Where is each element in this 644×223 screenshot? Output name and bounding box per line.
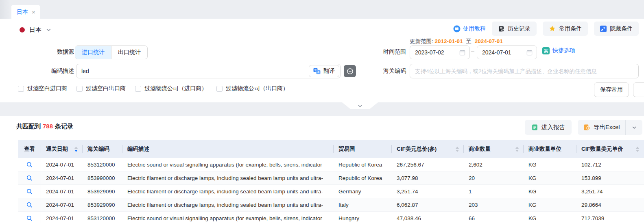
chevron-down-icon (46, 27, 51, 32)
unit-price-cell: 102.712 (576, 158, 644, 171)
time-range-label: 时间范围 (371, 48, 406, 56)
view-detail-button[interactable] (26, 162, 33, 168)
checkbox-icon[interactable] (76, 86, 83, 92)
start-date-value: 2023-07-02 (415, 49, 444, 56)
tutorial-label: 使用教程 (463, 25, 486, 32)
view-cell (18, 171, 41, 184)
collapse-arrows-icon (600, 26, 607, 32)
hs-code-input[interactable] (410, 64, 639, 78)
qty-cell: 1 (464, 185, 524, 198)
column-header-country: 贸易国 (334, 140, 392, 158)
favorites-button[interactable]: 常用条件 (543, 22, 588, 36)
results-panel: 共匹配到788条记录 进入报告 导出Excel 查看 通关日期 海关编码 编码描… (0, 116, 644, 223)
checkbox-label: 过滤空白进口商 (27, 85, 67, 92)
unit-price-cell: 712.7039 (576, 212, 644, 223)
country-selector[interactable]: 日本 (20, 22, 51, 37)
save-favorite-button[interactable]: 保存常用 (594, 82, 629, 97)
view-detail-button[interactable] (26, 175, 33, 181)
data-source-segmented: 进口统计 出口统计 (75, 45, 148, 59)
country-cell: Germany (334, 185, 392, 198)
update-range-from: 2012-01-01 (435, 38, 463, 44)
report-icon (531, 124, 538, 131)
hide-conditions-button[interactable]: 隐藏条件 (594, 22, 639, 36)
enter-report-button[interactable]: 进入报告 (525, 120, 572, 135)
update-range: 更新范围: 2012-01-01 至 2024-07-01 (410, 38, 503, 45)
tutorial-link[interactable]: 使用教程 (453, 25, 486, 32)
view-detail-button[interactable] (26, 188, 33, 195)
exclude-button[interactable] (344, 65, 356, 77)
date-range-separator: – (471, 48, 474, 54)
quick-options-label: 快捷选项 (552, 47, 575, 54)
cif-total-cell: 6,062.87 (392, 198, 464, 211)
hscode-cell: 853929090 (83, 185, 122, 198)
history-button[interactable]: 历史记录 (492, 22, 537, 36)
count-number: 788 (43, 123, 53, 130)
column-header-desc: 编码描述 (122, 140, 334, 158)
import-stats-option[interactable]: 进口统计 (75, 46, 111, 59)
start-date-input[interactable]: 2023-07-02 (410, 45, 470, 59)
search-panel: 日本 使用教程 历史记录 常用条件 隐藏条件 更新范围: 2012-01-01 … (0, 19, 644, 102)
date-cell: 2024-07-01 (41, 198, 83, 211)
update-range-to-word: 至 (466, 38, 472, 44)
history-icon (498, 26, 504, 32)
filter-logistics-importer-checkbox[interactable]: 过滤物流公司（进口商） (135, 85, 207, 92)
cif-total-cell: 3,251.74 (392, 185, 464, 198)
country-name: 日本 (29, 26, 41, 34)
tab-japan[interactable]: 日本 × (11, 5, 40, 19)
code-desc-input[interactable] (76, 64, 341, 78)
japan-flag-dot-icon (20, 27, 25, 32)
tab-bar: 日本 × (0, 0, 644, 19)
chevron-down-icon (358, 104, 362, 108)
checkbox-icon[interactable] (135, 86, 141, 92)
filter-blank-importer-checkbox[interactable]: 过滤空白进口商 (18, 85, 67, 92)
country-cell: Hungary (334, 212, 392, 223)
count-prefix: 共匹配到 (16, 123, 41, 130)
checkbox-label: 过滤物流公司（出口商） (226, 85, 288, 92)
column-header-date[interactable]: 通关日期 (41, 140, 83, 158)
star-icon (549, 25, 556, 32)
close-icon[interactable]: × (32, 9, 35, 15)
hide-conditions-label: 隐藏条件 (610, 25, 633, 32)
quick-options-link[interactable]: ⌘ 快捷选项 (542, 47, 575, 54)
column-header-cif-total[interactable]: CIF美元总价(参) (392, 140, 464, 158)
date-cell: 2024-07-01 (41, 158, 83, 171)
panel-divider (0, 102, 644, 116)
cif-total-cell: 3,077.98 (392, 171, 464, 184)
sort-icon[interactable] (636, 147, 639, 152)
qty-cell: 66 (464, 212, 524, 223)
export-excel-label: 导出Excel (594, 123, 620, 131)
magnifier-icon (26, 175, 33, 181)
sort-icon[interactable] (456, 147, 459, 152)
cif-total-cell: 47,038.46 (392, 212, 464, 223)
desc-cell: Electric filament or discharge lamps, in… (122, 198, 334, 211)
view-detail-button[interactable] (26, 215, 33, 221)
end-date-input[interactable]: 2024-07-01 (477, 45, 537, 59)
view-detail-button[interactable] (26, 202, 33, 208)
column-header-qty[interactable]: 商业数量 (464, 140, 524, 158)
sort-icon[interactable] (515, 147, 519, 152)
translate-button[interactable]: 中A 翻译 (309, 65, 339, 77)
checkbox-label: 过滤物流公司（进口商） (144, 85, 207, 92)
export-dropdown-toggle[interactable] (625, 120, 642, 135)
checkbox-icon[interactable] (216, 86, 223, 92)
tab-label: 日本 (17, 9, 28, 16)
export-excel-button[interactable]: 导出Excel (578, 120, 625, 135)
data-source-label: 数据源 (39, 48, 74, 56)
translate-icon: 中A (313, 68, 321, 74)
filter-blank-exporter-checkbox[interactable]: 过滤空白出口商 (76, 85, 126, 92)
enter-report-label: 进入报告 (541, 123, 565, 131)
view-cell (18, 198, 41, 211)
minus-circle-icon (347, 68, 354, 75)
export-stats-option[interactable]: 出口统计 (111, 46, 147, 59)
date-cell: 2024-07-01 (41, 185, 83, 198)
sort-icon[interactable] (74, 147, 78, 152)
qty-unit-cell: KG (524, 158, 576, 171)
column-header-unit-price[interactable]: CIF数量美元单价 (576, 140, 644, 158)
date-cell: 2024-07-01 (41, 212, 83, 223)
hscode-cell: 853120000 (83, 212, 122, 223)
clipped-edge-button[interactable] (633, 82, 644, 97)
qty-unit-cell: KG (524, 185, 576, 198)
hscode-cell: 853929090 (83, 198, 122, 211)
checkbox-icon[interactable] (18, 86, 24, 92)
filter-logistics-exporter-checkbox[interactable]: 过滤物流公司（出口商） (216, 85, 288, 92)
